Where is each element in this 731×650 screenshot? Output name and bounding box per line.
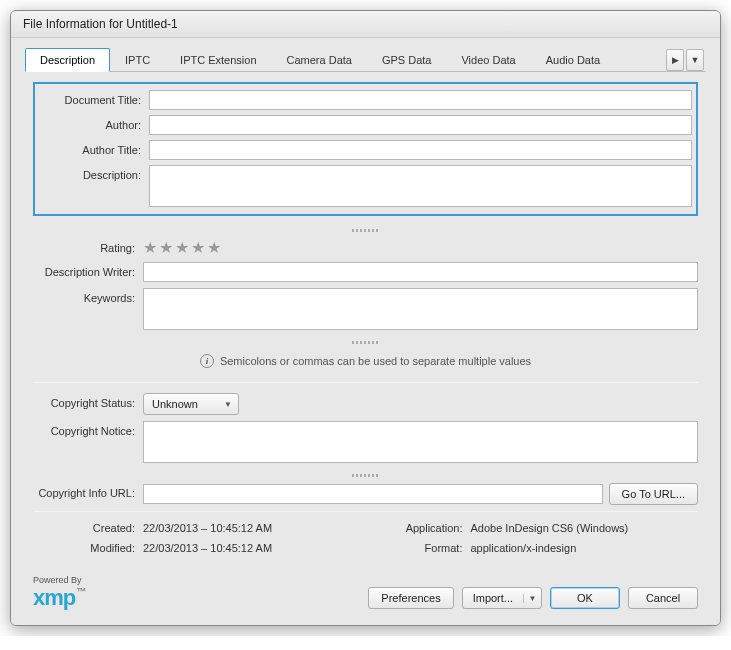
copyright-notice-label: Copyright Notice: (33, 421, 143, 437)
xmp-logo-text: xmp™ (33, 587, 85, 609)
star-icon[interactable]: ★ (159, 240, 173, 256)
author-label: Author: (39, 115, 149, 131)
tab-bar: Description IPTC IPTC Extension Camera D… (25, 48, 706, 72)
chevron-down-icon: ▼ (224, 400, 232, 409)
rating-label: Rating: (33, 238, 143, 254)
modified-label: Modified: (33, 542, 143, 554)
rating-stars[interactable]: ★ ★ ★ ★ ★ (143, 238, 221, 256)
tab-menu-button[interactable]: ▼ (686, 49, 704, 71)
description-writer-input[interactable] (143, 262, 698, 282)
preferences-button[interactable]: Preferences (368, 587, 453, 609)
tab-video-data[interactable]: Video Data (446, 48, 530, 71)
format-label: Format: (371, 542, 471, 554)
cancel-button[interactable]: Cancel (628, 587, 698, 609)
resize-grip[interactable] (33, 467, 698, 479)
copyright-status-select[interactable]: Unknown ▼ (143, 393, 239, 415)
keywords-hint-text: Semicolons or commas can be used to sepa… (220, 355, 531, 367)
document-title-label: Document Title: (39, 90, 149, 106)
resize-grip[interactable] (33, 222, 698, 234)
copyright-status-label: Copyright Status: (33, 393, 143, 409)
format-value: application/x-indesign (471, 542, 699, 554)
powered-by-label: Powered By (33, 576, 85, 585)
tab-gps-data[interactable]: GPS Data (367, 48, 447, 71)
dialog-content: Description IPTC IPTC Extension Camera D… (11, 38, 720, 625)
description-writer-label: Description Writer: (33, 262, 143, 278)
import-button-label: Import... (463, 592, 523, 604)
keywords-hint: i Semicolons or commas can be used to se… (33, 350, 698, 376)
author-title-input[interactable] (149, 140, 692, 160)
tab-iptc-extension[interactable]: IPTC Extension (165, 48, 271, 71)
application-value: Adobe InDesign CS6 (Windows) (471, 522, 699, 534)
primary-highlight-group: Document Title: Author: Author Title: De… (33, 82, 698, 216)
tab-scroll-right-button[interactable]: ▶ (666, 49, 684, 71)
import-split-button[interactable]: Import... ▼ (462, 587, 542, 609)
copyright-url-input[interactable] (143, 484, 603, 504)
author-input[interactable] (149, 115, 692, 135)
star-icon[interactable]: ★ (143, 240, 157, 256)
description-panel: Document Title: Author: Author Title: De… (25, 72, 706, 613)
chevron-down-icon[interactable]: ▼ (523, 594, 541, 603)
metadata-grid: Created: 22/03/2013 – 10:45:12 AM Applic… (33, 522, 698, 558)
star-icon[interactable]: ★ (175, 240, 189, 256)
resize-grip[interactable] (33, 334, 698, 346)
description-label: Description: (39, 165, 149, 181)
modified-value: 22/03/2013 – 10:45:12 AM (143, 542, 371, 554)
info-icon: i (200, 354, 214, 368)
description-textarea[interactable] (149, 165, 692, 207)
copyright-url-label: Copyright Info URL: (33, 483, 143, 499)
tab-iptc[interactable]: IPTC (110, 48, 165, 71)
document-title-input[interactable] (149, 90, 692, 110)
section-divider (33, 511, 698, 512)
keywords-label: Keywords: (33, 288, 143, 304)
tab-camera-data[interactable]: Camera Data (272, 48, 367, 71)
section-divider (33, 382, 698, 383)
copyright-notice-textarea[interactable] (143, 421, 698, 463)
ok-button[interactable]: OK (550, 587, 620, 609)
copyright-status-value: Unknown (152, 398, 198, 410)
keywords-textarea[interactable] (143, 288, 698, 330)
dialog-footer: Powered By xmp™ Preferences Import... ▼ … (33, 558, 698, 609)
tab-audio-data[interactable]: Audio Data (531, 48, 615, 71)
star-icon[interactable]: ★ (191, 240, 205, 256)
application-label: Application: (371, 522, 471, 534)
go-to-url-button[interactable]: Go To URL... (609, 483, 698, 505)
file-info-dialog: File Information for Untitled-1 Descript… (10, 10, 721, 626)
created-label: Created: (33, 522, 143, 534)
xmp-logo: Powered By xmp™ (33, 576, 85, 609)
tab-description[interactable]: Description (25, 48, 110, 72)
created-value: 22/03/2013 – 10:45:12 AM (143, 522, 371, 534)
star-icon[interactable]: ★ (207, 240, 221, 256)
author-title-label: Author Title: (39, 140, 149, 156)
window-title: File Information for Untitled-1 (11, 11, 720, 38)
